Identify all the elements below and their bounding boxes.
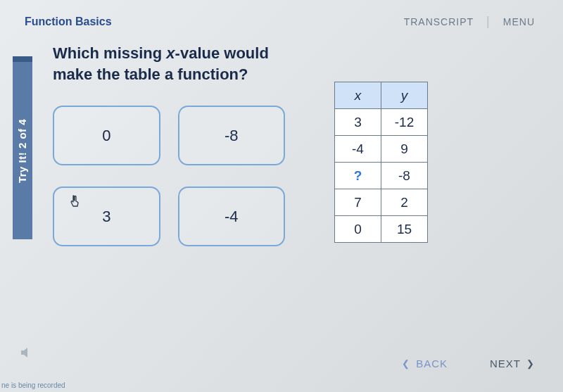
option-1[interactable]: 0 — [53, 106, 160, 165]
next-button[interactable]: NEXT ❯ — [490, 358, 535, 369]
bottom-nav: ❮ BACK NEXT ❯ — [402, 358, 535, 369]
option-4[interactable]: -4 — [178, 186, 286, 246]
answer-options: 0 -8 3 -4 — [53, 106, 285, 246]
transcript-button[interactable]: TRANSCRIPT — [404, 16, 474, 27]
option-3[interactable]: 3 — [53, 186, 160, 246]
menu-button[interactable]: MENU — [503, 16, 535, 27]
pointer-cursor-icon — [70, 195, 81, 210]
separator: | — [486, 14, 491, 29]
function-table-area: x y 3 -12 -4 9 ? -8 7 2 0 15 — [334, 43, 428, 246]
option-2[interactable]: -8 — [178, 106, 286, 165]
main-content: Which missing x-value would make the tab… — [0, 36, 563, 246]
lesson-title: Function Basics — [25, 15, 112, 28]
table-row: 3 -12 — [335, 109, 428, 136]
missing-value-cell: ? — [335, 163, 381, 189]
chevron-right-icon: ❯ — [526, 358, 535, 369]
col-header-x: x — [335, 82, 381, 109]
top-right-controls: TRANSCRIPT | MENU — [404, 14, 535, 29]
question-text: Which missing x-value would make the tab… — [53, 43, 292, 84]
speaker-icon[interactable] — [20, 346, 34, 362]
function-table: x y 3 -12 -4 9 ? -8 7 2 0 15 — [334, 82, 428, 243]
top-bar: Function Basics TRANSCRIPT | MENU — [0, 0, 563, 36]
table-row: ? -8 — [335, 163, 428, 189]
table-header-row: x y — [335, 82, 428, 109]
chevron-left-icon: ❮ — [402, 358, 410, 369]
table-row: 0 15 — [335, 216, 428, 243]
table-row: 7 2 — [335, 189, 428, 216]
col-header-y: y — [381, 82, 428, 109]
recording-notice: ne is being recorded — [0, 381, 65, 389]
back-button[interactable]: ❮ BACK — [402, 358, 448, 369]
question-area: Which missing x-value would make the tab… — [53, 43, 292, 246]
table-row: -4 9 — [335, 136, 428, 163]
